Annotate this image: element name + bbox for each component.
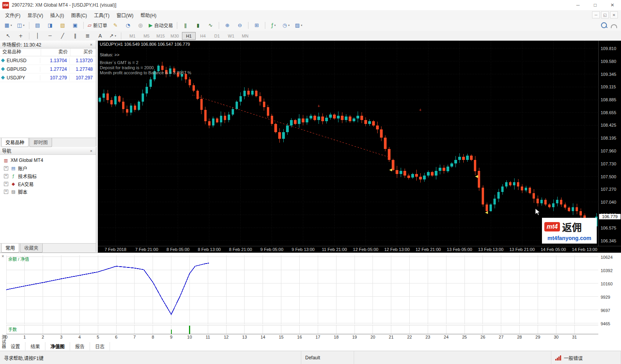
timeframe-button-h1[interactable]: H1 <box>182 32 196 40</box>
cursor-tool-icon[interactable]: ↖ <box>2 31 14 40</box>
close-icon[interactable]: × <box>88 149 94 153</box>
statusbar-connection[interactable]: 一般错误 <box>551 351 621 364</box>
expand-icon[interactable]: + <box>4 190 8 194</box>
zoom-in-icon[interactable]: ⊕ <box>221 21 233 30</box>
new-chart-icon[interactable]: ▦▾ <box>2 21 14 30</box>
price-scale[interactable]: 109.810109.580109.345109.115108.885108.6… <box>598 41 621 246</box>
history-center-icon[interactable]: ◔ <box>122 21 134 30</box>
timeframe-button-m5[interactable]: M5 <box>140 32 153 40</box>
indicators-icon[interactable]: ƒ▾ <box>268 21 279 30</box>
mdi-restore-button[interactable]: ◱ <box>601 11 609 18</box>
tester-tab[interactable]: 报告 <box>70 342 90 350</box>
expand-icon[interactable]: + <box>4 166 8 170</box>
expand-icon[interactable]: + <box>4 174 8 178</box>
navigator-item[interactable]: +ƒ技术指标 <box>0 172 96 180</box>
market-watch-tab[interactable]: 交易品种 <box>1 138 29 147</box>
timeframe-button-m30[interactable]: M30 <box>168 32 182 40</box>
navigator-item[interactable]: +▨脚本 <box>0 188 96 195</box>
menu-item[interactable]: 窗口(W) <box>113 11 137 20</box>
expand-icon[interactable]: + <box>4 182 8 186</box>
support-icon[interactable] <box>611 24 617 28</box>
new-order-icon[interactable]: ▱新订单 <box>86 21 109 30</box>
search-icon[interactable] <box>601 22 607 28</box>
chart-bars-icon[interactable]: ǁ <box>180 21 191 30</box>
market-watch-tab[interactable]: 即时图 <box>29 138 52 147</box>
timeframe-button-m1[interactable]: M1 <box>126 32 139 40</box>
equity-x-label: 21 <box>389 335 394 339</box>
close-icon[interactable]: × <box>2 254 4 258</box>
time-scale[interactable]: 7 Feb 20187 Feb 21:008 Feb 05:008 Feb 13… <box>98 246 621 253</box>
zoom-out-icon[interactable]: ⊖ <box>234 21 246 30</box>
navigator-tabs: 常用收藏夹 <box>0 243 96 252</box>
market-watch-row[interactable]: USDJPY107.279107.297 <box>0 74 96 82</box>
periods-icon[interactable]: ◷▾ <box>280 21 292 30</box>
mdi-close-button[interactable]: ✕ <box>610 11 618 18</box>
market-watch-row[interactable]: GBPUSD1.277241.27748 <box>0 65 96 74</box>
autotrading-icon[interactable]: ▶自动交易 <box>147 21 175 30</box>
vertical-line-tool-icon[interactable]: │ <box>32 31 43 40</box>
profiles-icon[interactable]: ◫▾ <box>15 21 27 30</box>
chart-plot-area[interactable]: USDJPY,H1 106.549 106.806 106.547 106.77… <box>98 41 598 246</box>
fibonacci-tool-icon[interactable]: ≣ <box>82 31 94 40</box>
tile-windows-icon[interactable]: ⊞ <box>251 21 263 30</box>
menu-item[interactable]: 文件(F) <box>2 11 24 20</box>
time-axis-label: 7 Feb 2018 <box>104 247 126 252</box>
equity-x-label: 25 <box>462 335 467 339</box>
timeframe-button-mn[interactable]: MN <box>238 32 252 40</box>
column-ask[interactable]: 买价 <box>70 48 96 56</box>
statusbar-profile[interactable]: Default <box>301 351 354 364</box>
menu-item[interactable]: 图表(C) <box>68 11 91 20</box>
tester-side-label[interactable]: 测试器 <box>0 335 7 349</box>
mdi-minimize-button[interactable]: ─ <box>592 11 600 18</box>
text-tool-icon[interactable]: A <box>94 31 106 40</box>
navigator-tab[interactable]: 收藏夹 <box>20 244 43 253</box>
market-watch-icon[interactable]: ▤ <box>32 21 43 30</box>
window-close-button[interactable]: ✕ <box>604 0 621 10</box>
close-icon[interactable]: × <box>88 42 94 47</box>
arrows-tool-icon[interactable]: ↗▾ <box>107 31 119 40</box>
tester-tab[interactable]: 净值图 <box>45 342 70 350</box>
channel-tool-icon[interactable]: ∥ <box>69 31 81 40</box>
menu-item[interactable]: 显示(V) <box>24 11 47 20</box>
options-icon[interactable]: ◎ <box>135 21 146 30</box>
column-symbol[interactable]: 交易品种 <box>0 48 41 56</box>
dropdown-arrow-icon: ▾ <box>274 24 276 27</box>
chart-candles-icon[interactable]: ▮ <box>192 21 204 30</box>
timeframe-button-h4[interactable]: H4 <box>196 32 210 40</box>
menu-item[interactable]: 帮助(H) <box>137 11 160 20</box>
navigator-tab[interactable]: 常用 <box>1 244 19 253</box>
crosshair-tool-icon[interactable]: + <box>15 31 27 40</box>
tester-tab[interactable]: 日志 <box>90 342 110 350</box>
equity-y-label: 9697 <box>601 308 610 313</box>
window-maximize-button[interactable]: □ <box>587 0 604 10</box>
horizontal-line-tool-icon[interactable]: ─ <box>44 31 56 40</box>
time-axis-label: 9 Feb 13:00 <box>292 247 315 252</box>
price-axis-label: 106.345 <box>601 238 616 243</box>
menu-item[interactable]: 插入(I) <box>47 11 67 20</box>
timeframe-button-w1[interactable]: W1 <box>224 32 238 40</box>
window-minimize-button[interactable]: ─ <box>569 0 587 10</box>
metaeditor-icon[interactable]: ✎ <box>110 21 121 30</box>
new-order-label: 新订单 <box>93 22 107 29</box>
chart-line-icon[interactable]: ∿ <box>205 21 216 30</box>
tester-tab[interactable]: 设置 <box>5 342 25 350</box>
ea-status-line: Deposit for trading is = 2000 <box>100 65 191 70</box>
market-watch-row[interactable]: EURUSD1.137041.13720 <box>0 56 96 65</box>
time-axis-label: 11 Feb 21:00 <box>322 247 347 252</box>
navigator-item[interactable]: +◆EA交易 <box>0 180 96 188</box>
navigator-icon[interactable]: ▧ <box>57 21 68 30</box>
chart-ohlc-readout: USDJPY,H1 106.549 106.806 106.547 106.77… <box>100 42 190 47</box>
menu-item[interactable]: 工具(T) <box>90 11 113 20</box>
trendline-tool-icon[interactable]: ╱ <box>57 31 68 40</box>
equity-chart-area[interactable]: 余额 / 净值 <box>6 255 598 324</box>
data-window-icon[interactable]: ◨ <box>44 21 56 30</box>
timeframe-button-m15[interactable]: M15 <box>154 32 167 40</box>
templates-icon[interactable]: ▨▾ <box>293 21 304 30</box>
timeframe-button-d1[interactable]: D1 <box>210 32 224 40</box>
navigator-item[interactable]: ▥XM Global MT4 <box>0 156 96 164</box>
terminal-icon[interactable]: ▣ <box>69 21 81 30</box>
navigator-item[interactable]: +▤账户 <box>0 164 96 172</box>
statusbar: 寻求帮助,请按F1键 Default 一般错误 <box>0 351 621 364</box>
column-bid[interactable]: 卖价 <box>41 48 70 56</box>
tester-tab[interactable]: 结果 <box>25 342 45 350</box>
